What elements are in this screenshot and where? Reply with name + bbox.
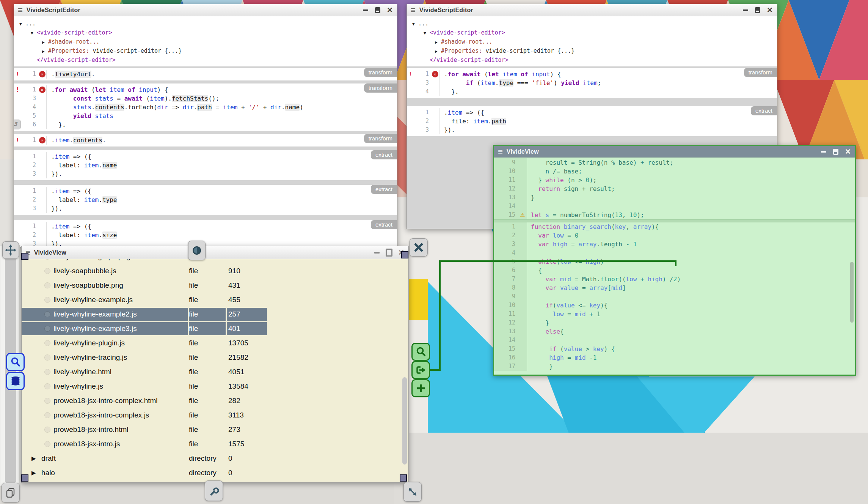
close-button[interactable]: ✕ bbox=[766, 7, 773, 14]
code-line[interactable]: }). bbox=[47, 170, 62, 178]
list-item[interactable]: ▶draftdirectory0 bbox=[22, 451, 408, 466]
titlebar[interactable]: ≡ VivideView ✕ bbox=[494, 146, 855, 158]
add-script-button[interactable] bbox=[411, 379, 430, 397]
code-line[interactable]: var high = array.length - 1 bbox=[527, 240, 855, 249]
collapse-arrow-icon[interactable]: ▼ bbox=[19, 20, 25, 28]
halo-preview-button[interactable] bbox=[188, 241, 206, 260]
code-line[interactable]: .for await (let item of input) { bbox=[439, 70, 561, 79]
titlebar[interactable]: ≡ VivideScriptEditor ✕ bbox=[14, 4, 397, 16]
item-bullet-icon[interactable] bbox=[44, 398, 50, 404]
minimize-button[interactable] bbox=[820, 148, 827, 155]
script-step[interactable]: 1.item => ({2 label: item.type3}).extrac… bbox=[14, 185, 397, 215]
code-line[interactable]: return sign + result; bbox=[527, 184, 855, 193]
expand-arrow-icon[interactable]: ▶ bbox=[42, 47, 48, 56]
code-line[interactable]: yield stats bbox=[47, 112, 113, 120]
code-line[interactable]: label: item.name bbox=[47, 161, 117, 170]
list-item[interactable]: proweb18-jsx-intro.jsfile1575 bbox=[22, 437, 408, 451]
code-line[interactable]: .item.contents. bbox=[47, 136, 106, 145]
code-line[interactable]: .item => ({ bbox=[439, 108, 484, 117]
search-source-button[interactable] bbox=[6, 353, 25, 371]
maximize-button[interactable] bbox=[374, 7, 381, 14]
code-line[interactable]: .lively4url. bbox=[47, 70, 95, 79]
list-item[interactable]: lively-soapbubble.pngfile431 bbox=[22, 278, 408, 293]
expand-arrow-icon[interactable]: ▶ bbox=[31, 455, 39, 462]
code-line[interactable] bbox=[527, 292, 855, 301]
code-line[interactable]: while(low <= high) bbox=[527, 257, 855, 266]
list-scrollbar-thumb[interactable] bbox=[402, 377, 407, 465]
collapse-arrow-icon[interactable]: ▼ bbox=[31, 29, 37, 38]
code-line[interactable]: .for await (let item of input) { bbox=[47, 85, 168, 94]
code-line[interactable]: { bbox=[527, 266, 855, 275]
code-line[interactable] bbox=[527, 336, 855, 345]
code-line[interactable]: .item => ({ bbox=[47, 152, 91, 161]
code-line[interactable]: .item => ({ bbox=[47, 222, 91, 231]
window-menu-icon[interactable]: ≡ bbox=[411, 6, 416, 14]
item-bullet-icon[interactable] bbox=[44, 441, 50, 447]
dom-tree-node[interactable]: ▼... bbox=[412, 19, 777, 28]
list-item[interactable]: proweb18-jsx-intro-complex.jsfile3113 bbox=[22, 408, 408, 422]
item-bullet-icon[interactable] bbox=[44, 268, 50, 274]
list-item[interactable]: proweb18-jsx-intro.htmlfile273 bbox=[22, 422, 408, 437]
code-line[interactable]: var mid = Math.floor((low + high) /2) bbox=[527, 275, 855, 284]
code-line[interactable]: result = String(n % base) + result; bbox=[527, 158, 855, 167]
undo-icon[interactable]: ↺ bbox=[14, 120, 21, 129]
list-item[interactable]: lively-module-graph.pngfile41904 bbox=[22, 259, 408, 264]
expand-arrow-icon[interactable]: ▶ bbox=[435, 47, 441, 56]
code-line[interactable]: if (item.type === 'file') yield item; bbox=[439, 79, 601, 87]
item-bullet-icon[interactable] bbox=[44, 259, 50, 260]
script-type-badge[interactable]: transform bbox=[744, 68, 777, 77]
titlebar[interactable]: ≡ VivideView ✕ bbox=[22, 246, 408, 259]
code-line[interactable]: low = mid + 1 bbox=[527, 310, 855, 318]
list-item[interactable]: lively-whyline-example.jsfile455 bbox=[22, 293, 408, 307]
collapse-arrow-icon[interactable]: ▼ bbox=[424, 29, 430, 38]
code-line[interactable]: file: item.path bbox=[439, 117, 506, 126]
script-step[interactable]: 1.item => ({2 label: item.name3}).extrac… bbox=[14, 150, 397, 180]
script-type-badge[interactable]: extract bbox=[751, 106, 777, 115]
inspect-button[interactable] bbox=[411, 343, 430, 361]
close-button[interactable]: ✕ bbox=[844, 148, 851, 155]
dom-tree-node[interactable]: </vivide-script-editor> bbox=[19, 56, 397, 64]
script-step[interactable]: !1✕.for await (let item of input) {3 if … bbox=[407, 68, 777, 98]
script-step[interactable]: 1.item => ({2 file: item.path3}).extract bbox=[407, 106, 777, 136]
halo-close-button[interactable] bbox=[410, 238, 428, 257]
list-item[interactable]: lively-soapbubble.jsfile910 bbox=[22, 264, 408, 278]
maximize-button[interactable] bbox=[832, 148, 839, 155]
script-step[interactable]: 1.item => ({2 label: item.size3}).extrac… bbox=[14, 220, 397, 247]
error-icon[interactable]: ✕ bbox=[39, 137, 46, 143]
dom-tree-node[interactable]: ▶#shadow-root... bbox=[412, 38, 777, 47]
item-bullet-icon[interactable] bbox=[44, 369, 50, 375]
dom-tree-node[interactable]: ▶#shadow-root... bbox=[19, 38, 397, 47]
code-line[interactable]: }. bbox=[47, 120, 66, 129]
data-source-button[interactable] bbox=[6, 372, 25, 390]
close-button[interactable]: ✕ bbox=[386, 7, 393, 14]
maximize-button[interactable] bbox=[754, 7, 761, 14]
dom-tree-node[interactable]: </vivide-script-editor> bbox=[412, 56, 777, 64]
script-step[interactable]: !1✕.for await (let item of input) {3 con… bbox=[14, 83, 397, 131]
script-step[interactable]: !1✕.lively4url.transform bbox=[14, 68, 397, 80]
code-line[interactable]: n /= base; bbox=[527, 167, 855, 176]
code-line[interactable]: high = mid -1 bbox=[527, 353, 855, 362]
minimize-button[interactable] bbox=[374, 249, 380, 256]
script-type-badge[interactable]: extract bbox=[371, 185, 397, 194]
item-bullet-icon[interactable] bbox=[44, 427, 50, 433]
resize-handle-bottom-right[interactable] bbox=[400, 474, 407, 482]
code-scrollbar-thumb[interactable] bbox=[850, 262, 854, 323]
list-item[interactable]: lively-whyline.htmlfile4051 bbox=[22, 365, 408, 379]
code-line[interactable]: stats.contents.forEach(dir => dir.path =… bbox=[47, 103, 303, 112]
maximize-button[interactable] bbox=[386, 249, 392, 256]
resize-handle-top-left[interactable] bbox=[21, 253, 28, 260]
code-line[interactable]: if (value > key) { bbox=[527, 345, 855, 353]
halo-move-button[interactable] bbox=[2, 241, 19, 259]
code-line[interactable]: let s = numberToString(13, 10); bbox=[527, 211, 855, 219]
script-type-badge[interactable]: extract bbox=[371, 220, 397, 229]
expand-arrow-icon[interactable]: ▶ bbox=[31, 469, 39, 476]
dom-inspector-tree[interactable]: ▼...▼<vivide-script-editor>▶#shadow-root… bbox=[14, 16, 397, 66]
item-bullet-icon[interactable] bbox=[44, 354, 50, 361]
list-item[interactable]: lively-whyline-example3.jsfile401 bbox=[22, 321, 408, 336]
dom-tree-node[interactable]: ▶#Properties: vivide-script-editor {...} bbox=[412, 47, 777, 56]
item-bullet-icon[interactable] bbox=[44, 412, 50, 418]
code-line[interactable]: } while (n > 0); bbox=[527, 176, 855, 184]
dom-inspector-tree[interactable]: ▼...▼<vivide-script-editor>▶#shadow-root… bbox=[407, 16, 777, 66]
item-bullet-icon[interactable] bbox=[44, 311, 50, 317]
code-line[interactable]: else{ bbox=[527, 327, 855, 336]
